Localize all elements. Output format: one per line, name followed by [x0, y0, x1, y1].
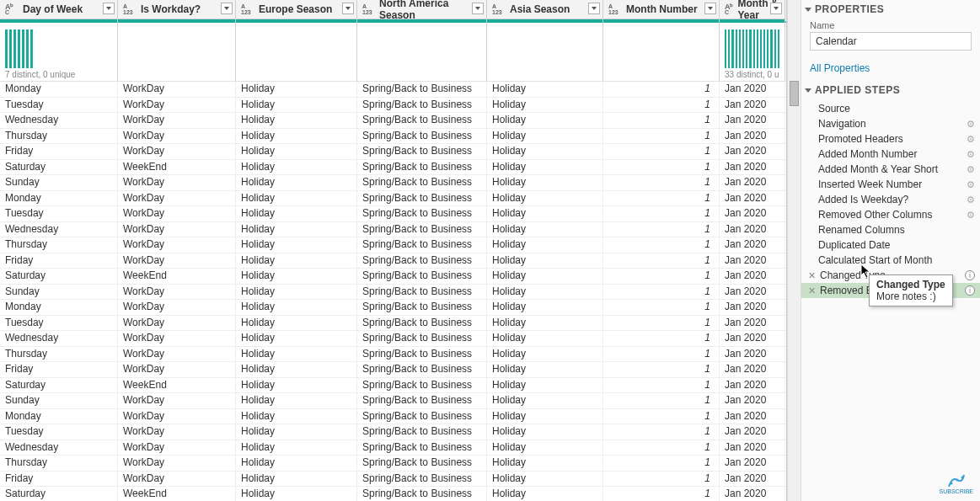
table-row[interactable]: ThursdayWorkDayHolidaySpring/Back to Bus…: [0, 129, 786, 145]
table-cell[interactable]: Jan 2020: [720, 175, 785, 190]
column-header[interactable]: Europe Season: [236, 0, 357, 19]
table-cell[interactable]: Jan 2020: [720, 144, 785, 159]
table-cell[interactable]: Holiday: [236, 160, 357, 175]
vertical-scrollbar[interactable]: [787, 0, 801, 501]
table-cell[interactable]: 1: [603, 191, 720, 206]
table-cell[interactable]: Saturday: [0, 160, 118, 175]
table-cell[interactable]: Holiday: [487, 378, 603, 393]
gear-icon[interactable]: ⚙: [967, 134, 975, 145]
table-cell[interactable]: Holiday: [487, 113, 603, 128]
table-cell[interactable]: Holiday: [236, 378, 357, 393]
table-cell[interactable]: Holiday: [487, 144, 603, 159]
table-cell[interactable]: Jan 2020: [720, 160, 785, 175]
table-cell[interactable]: Spring/Back to Business: [357, 144, 487, 159]
table-cell[interactable]: Holiday: [236, 347, 357, 362]
any-type-icon[interactable]: [608, 3, 622, 15]
table-cell[interactable]: Holiday: [487, 300, 603, 315]
table-row[interactable]: MondayWorkDayHolidaySpring/Back to Busin…: [0, 409, 786, 425]
table-cell[interactable]: 1: [603, 82, 720, 97]
table-cell[interactable]: Thursday: [0, 347, 118, 362]
gear-icon[interactable]: ⚙: [967, 210, 975, 221]
column-filter-dropdown-icon[interactable]: [588, 3, 600, 14]
table-cell[interactable]: WorkDay: [118, 285, 236, 300]
table-cell[interactable]: Holiday: [487, 393, 603, 408]
table-cell[interactable]: Tuesday: [0, 424, 118, 440]
table-cell[interactable]: Thursday: [0, 129, 118, 144]
table-cell[interactable]: WorkDay: [118, 237, 236, 253]
table-cell[interactable]: Holiday: [236, 175, 357, 190]
table-cell[interactable]: Holiday: [487, 362, 603, 377]
table-row[interactable]: TuesdayWorkDayHolidaySpring/Back to Busi…: [0, 98, 786, 114]
table-cell[interactable]: Spring/Back to Business: [357, 285, 487, 300]
table-cell[interactable]: Holiday: [487, 285, 603, 300]
table-cell[interactable]: Sunday: [0, 175, 118, 190]
table-cell[interactable]: Jan 2020: [720, 424, 785, 440]
gear-icon[interactable]: ⚙: [967, 179, 975, 190]
table-cell[interactable]: Holiday: [236, 206, 357, 221]
table-row[interactable]: MondayWorkDayHolidaySpring/Back to Busin…: [0, 82, 786, 98]
table-cell[interactable]: Holiday: [487, 331, 603, 346]
table-row[interactable]: SundayWorkDayHolidaySpring/Back to Busin…: [0, 175, 786, 191]
table-cell[interactable]: 1: [603, 113, 720, 128]
applied-step-item[interactable]: Duplicated Date: [801, 237, 980, 253]
applied-step-item[interactable]: Added Month & Year Short⚙: [801, 162, 980, 177]
table-cell[interactable]: Holiday: [236, 456, 357, 471]
table-cell[interactable]: WorkDay: [118, 331, 236, 346]
table-cell[interactable]: Jan 2020: [720, 269, 785, 284]
column-filter-dropdown-icon[interactable]: [342, 3, 354, 14]
table-cell[interactable]: Wednesday: [0, 113, 118, 128]
table-cell[interactable]: Jan 2020: [720, 378, 785, 393]
table-row[interactable]: FridayWorkDayHolidaySpring/Back to Busin…: [0, 472, 786, 488]
table-cell[interactable]: WorkDay: [118, 300, 236, 315]
table-cell[interactable]: Spring/Back to Business: [357, 113, 487, 128]
table-cell[interactable]: Holiday: [487, 316, 603, 331]
table-cell[interactable]: WorkDay: [118, 409, 236, 424]
table-cell[interactable]: Jan 2020: [720, 362, 785, 377]
table-cell[interactable]: Spring/Back to Business: [357, 331, 487, 346]
table-cell[interactable]: Holiday: [236, 285, 357, 300]
table-cell[interactable]: Spring/Back to Business: [357, 440, 487, 456]
table-cell[interactable]: Spring/Back to Business: [357, 191, 487, 206]
table-cell[interactable]: Jan 2020: [720, 113, 785, 128]
table-cell[interactable]: 1: [603, 98, 720, 113]
table-cell[interactable]: Tuesday: [0, 206, 118, 221]
table-cell[interactable]: WeekEnd: [118, 160, 236, 175]
applied-steps-header[interactable]: APPLIED STEPS: [801, 81, 980, 99]
table-cell[interactable]: Holiday: [236, 440, 357, 456]
any-type-icon[interactable]: [362, 3, 375, 15]
table-cell[interactable]: Holiday: [236, 222, 357, 237]
applied-step-item[interactable]: Navigation⚙: [801, 116, 980, 131]
delete-step-icon[interactable]: ✕: [808, 285, 817, 296]
column-header[interactable]: Is Workday?: [118, 0, 236, 19]
table-cell[interactable]: Holiday: [487, 487, 603, 501]
table-cell[interactable]: Jan 2020: [720, 285, 785, 300]
table-cell[interactable]: 1: [603, 362, 720, 377]
table-cell[interactable]: 1: [603, 487, 720, 501]
table-cell[interactable]: Jan 2020: [720, 440, 785, 456]
table-cell[interactable]: Jan 2020: [720, 331, 785, 346]
table-cell[interactable]: Holiday: [236, 269, 357, 284]
column-header[interactable]: Asia Season: [487, 0, 603, 19]
table-cell[interactable]: Spring/Back to Business: [357, 129, 487, 144]
table-cell[interactable]: Holiday: [487, 191, 603, 206]
table-cell[interactable]: Jan 2020: [720, 393, 785, 408]
table-cell[interactable]: Spring/Back to Business: [357, 98, 487, 113]
table-cell[interactable]: Sunday: [0, 393, 118, 408]
table-row[interactable]: SundayWorkDayHolidaySpring/Back to Busin…: [0, 393, 786, 409]
table-row[interactable]: WednesdayWorkDayHolidaySpring/Back to Bu…: [0, 113, 786, 129]
table-cell[interactable]: Holiday: [236, 98, 357, 113]
table-cell[interactable]: WorkDay: [118, 440, 236, 456]
table-cell[interactable]: Holiday: [487, 98, 603, 113]
table-row[interactable]: WednesdayWorkDayHolidaySpring/Back to Bu…: [0, 331, 786, 347]
table-row[interactable]: MondayWorkDayHolidaySpring/Back to Busin…: [0, 300, 786, 316]
table-cell[interactable]: Wednesday: [0, 331, 118, 346]
applied-step-item[interactable]: Added Month Number⚙: [801, 147, 980, 162]
table-cell[interactable]: Jan 2020: [720, 191, 785, 206]
table-row[interactable]: SaturdayWeekEndHolidaySpring/Back to Bus…: [0, 378, 786, 394]
table-cell[interactable]: Spring/Back to Business: [357, 393, 487, 408]
table-cell[interactable]: Holiday: [236, 144, 357, 159]
table-row[interactable]: FridayWorkDayHolidaySpring/Back to Busin…: [0, 144, 786, 160]
table-cell[interactable]: Holiday: [487, 424, 603, 440]
table-cell[interactable]: Jan 2020: [720, 409, 785, 424]
table-cell[interactable]: Saturday: [0, 269, 118, 284]
